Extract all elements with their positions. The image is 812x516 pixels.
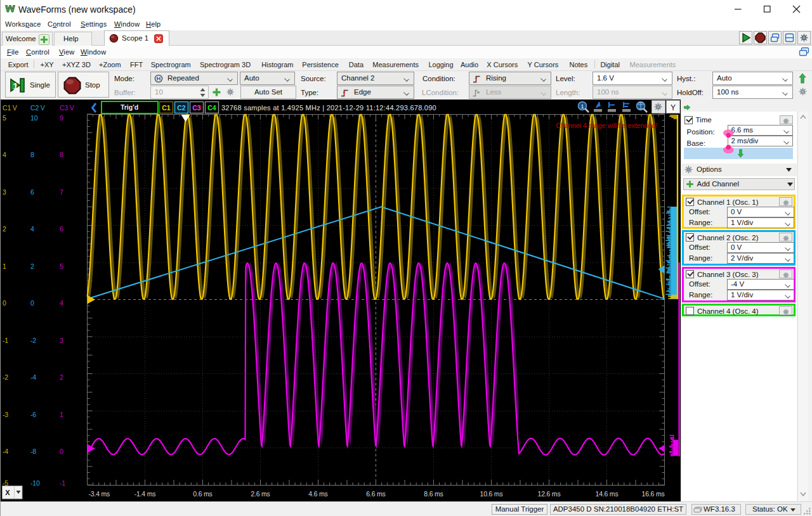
svg-text:-3: -3 [3, 411, 8, 418]
svg-text:1: 1 [13, 81, 18, 91]
svg-text:14.6 ms: 14.6 ms [596, 490, 619, 498]
svg-text:4: 4 [3, 151, 6, 158]
svg-text:1: 1 [3, 262, 6, 270]
svg-text:3: 3 [3, 188, 6, 196]
svg-text:Trig'd: Trig'd [121, 103, 138, 111]
svg-text:8: 8 [60, 151, 63, 158]
svg-text:C2: C2 [177, 104, 186, 112]
svg-text:10.6 ms: 10.6 ms [480, 490, 503, 498]
svg-text:X: X [5, 489, 10, 496]
svg-text:8.6 ms: 8.6 ms [424, 490, 443, 498]
svg-text:10: 10 [30, 114, 38, 122]
svg-text:32768 samples at 1.4925 MHz |: 32768 samples at 1.4925 MHz | 2021-12-29… [221, 104, 436, 112]
svg-text:2.6 ms: 2.6 ms [251, 490, 270, 498]
svg-text:0: 0 [30, 299, 34, 307]
svg-text:5: 5 [60, 262, 63, 270]
svg-text:0: 0 [60, 448, 63, 455]
svg-text:1: 1 [580, 103, 584, 110]
svg-text:-3.4 ms: -3.4 ms [89, 490, 110, 498]
svg-text:4: 4 [60, 299, 63, 307]
svg-text:-2: -2 [30, 337, 36, 344]
svg-text:3: 3 [60, 337, 63, 344]
svg-text:6.6 ms: 6.6 ms [366, 490, 385, 498]
svg-text:-4: -4 [3, 448, 8, 455]
svg-text:16.6 ms: 16.6 ms [642, 490, 665, 498]
svg-text:C3 V: C3 V [60, 104, 74, 112]
svg-text:-6: -6 [30, 411, 36, 418]
svg-text:6: 6 [60, 225, 63, 233]
svg-text:1: 1 [60, 411, 63, 418]
svg-text:C4: C4 [207, 104, 216, 112]
svg-text:C1: C1 [162, 104, 171, 112]
svg-text:4.6 ms: 4.6 ms [308, 490, 327, 498]
svg-text:C3: C3 [192, 104, 201, 112]
svg-text:2: 2 [60, 373, 63, 381]
svg-text:12.6 ms: 12.6 ms [538, 490, 561, 498]
svg-text:-1: -1 [60, 479, 65, 487]
svg-text:-8: -8 [30, 448, 36, 455]
svg-text:-4: -4 [30, 373, 36, 381]
svg-text:-1.4 ms: -1.4 ms [134, 490, 156, 498]
svg-text:0.6 ms: 0.6 ms [193, 490, 212, 498]
svg-text:-2: -2 [3, 373, 8, 381]
svg-text:8: 8 [30, 151, 34, 158]
svg-text:5: 5 [3, 114, 6, 122]
svg-text:C2 V: C2 V [30, 104, 45, 112]
svg-text:Y: Y [671, 103, 676, 112]
svg-text:0: 0 [3, 299, 6, 307]
svg-text:C1 V: C1 V [3, 104, 17, 112]
svg-text:Channel 4 range will be extend: Channel 4 range will be extended! [556, 122, 657, 129]
svg-text:2: 2 [3, 225, 6, 233]
svg-text:-1: -1 [3, 337, 8, 344]
svg-text:6: 6 [30, 188, 34, 196]
svg-text:7: 7 [60, 188, 63, 196]
svg-text:4: 4 [30, 225, 34, 233]
svg-text:-10: -10 [30, 479, 40, 487]
svg-text:2: 2 [30, 262, 34, 270]
svg-text:9: 9 [60, 114, 63, 122]
